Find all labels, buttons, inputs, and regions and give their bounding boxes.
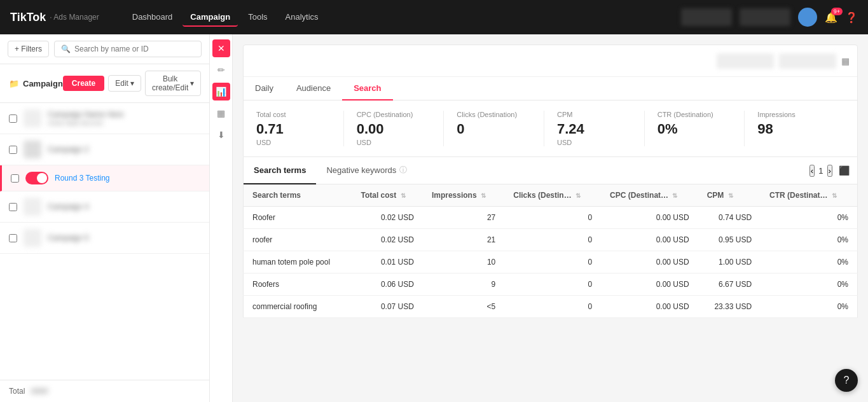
tiktok-wordmark: TikTok xyxy=(10,11,46,24)
app-logo: TikTok · Ads Manager xyxy=(10,11,99,24)
nav-analytics[interactable]: Analytics xyxy=(278,8,326,27)
item-name-blurred: Campaign 5 xyxy=(48,233,200,242)
notification-area: 🔔 9+ xyxy=(825,11,837,24)
cell-search-term: Roofers xyxy=(244,274,352,296)
col-impressions: Impressions ⇅ xyxy=(423,184,504,207)
app-subtitle: · Ads Manager xyxy=(50,13,99,22)
sort-ctr-icon[interactable]: ⇅ xyxy=(832,192,837,199)
stat-cpm: CPM 7.24 USD xyxy=(544,111,645,146)
campaign-list: Campaign Name Here meta data blurred Cam… xyxy=(0,103,209,380)
cell-total-cost: 0.02 USD xyxy=(352,207,423,229)
item-checkbox[interactable] xyxy=(9,114,17,123)
table-view-icon[interactable]: ▦ xyxy=(841,56,850,66)
sort-clicks-icon[interactable]: ⇅ xyxy=(575,192,581,199)
nav-right-area: 🔔 9+ ❓ xyxy=(681,8,858,27)
cell-total-cost: 0.07 USD xyxy=(352,296,423,318)
user-avatar[interactable] xyxy=(798,8,817,27)
toggle-active[interactable] xyxy=(25,172,48,184)
sort-cpc-icon[interactable]: ⇅ xyxy=(672,192,677,199)
blurred-nav-btn-2 xyxy=(740,8,790,26)
col-cpc: CPC (Destinat… ⇅ xyxy=(601,184,698,207)
bulk-edit-button[interactable]: Bulk create/Edit ▾ xyxy=(145,71,201,96)
list-item[interactable]: Campaign Name Here meta data blurred xyxy=(0,103,209,134)
main-content-area: ▦ Daily Audience Search Total cost 0.71 … xyxy=(233,34,868,402)
notification-badge: 9+ xyxy=(831,8,843,15)
list-item[interactable]: Campaign 4 xyxy=(0,191,209,223)
list-item-active[interactable]: Round 3 Testing xyxy=(0,165,209,191)
tab-search-terms[interactable]: Search terms xyxy=(244,157,316,184)
chart-toolbar: ▦ xyxy=(244,45,857,77)
blurred-chart-ctrl-1 xyxy=(717,53,774,69)
help-float-button[interactable]: ? xyxy=(835,369,858,392)
sidebar-footer: Total #### xyxy=(0,380,209,402)
stat-cpc: CPC (Destination) 0.00 USD xyxy=(344,111,444,146)
search-input[interactable] xyxy=(74,45,195,53)
cell-cpc: 0.00 USD xyxy=(601,296,698,318)
item-checkbox[interactable] xyxy=(9,146,17,154)
sort-total-cost-icon[interactable]: ⇅ xyxy=(401,192,406,199)
negative-keywords-help-icon: ⓘ xyxy=(399,165,407,176)
campaign-sidebar: + Filters 🔍 📁 Campaign Create Edit ▾ Bul… xyxy=(0,34,210,402)
item-checkbox[interactable] xyxy=(9,234,17,242)
col-clicks: Clicks (Destin… ⇅ xyxy=(504,184,601,207)
help-nav-icon[interactable]: ❓ xyxy=(845,11,858,24)
tab-audience[interactable]: Audience xyxy=(285,77,342,100)
stat-total-cost: Total cost 0.71 USD xyxy=(256,111,344,146)
edit-button[interactable]: Edit ▾ xyxy=(108,75,141,92)
cell-clicks: 0 xyxy=(504,274,601,296)
top-navigation: TikTok · Ads Manager Dashboard Campaign … xyxy=(0,0,868,34)
cell-clicks: 0 xyxy=(504,229,601,251)
item-icon xyxy=(24,109,41,127)
item-checkbox[interactable] xyxy=(11,174,19,183)
cell-total-cost: 0.01 USD xyxy=(352,251,423,274)
item-name-blurred: Campaign 4 xyxy=(48,202,200,211)
list-item[interactable]: Campaign 5 xyxy=(0,223,209,254)
cell-search-term: roofer xyxy=(244,229,352,251)
cell-cpc: 0.00 USD xyxy=(601,251,698,274)
tab-daily[interactable]: Daily xyxy=(244,77,285,100)
bulk-chevron-icon: ▾ xyxy=(190,79,194,88)
list-item[interactable]: Campaign 2 xyxy=(0,134,209,165)
chart-icon-button[interactable]: 📊 xyxy=(212,83,230,100)
table-row: commercial roofing 0.07 USD <5 0 0.00 US… xyxy=(244,296,858,318)
close-panel-button[interactable]: ✕ xyxy=(212,39,230,57)
cell-cpm: 6.67 USD xyxy=(698,274,761,296)
cell-cpm: 1.00 USD xyxy=(698,251,761,274)
keyword-tabs: Search terms Negative keywords ⓘ xyxy=(244,157,417,184)
cell-impressions: 21 xyxy=(423,229,504,251)
cell-cpc: 0.00 USD xyxy=(601,274,698,296)
cell-search-term: Roofer xyxy=(244,207,352,229)
create-button[interactable]: Create xyxy=(63,76,104,91)
main-nav: Dashboard Campaign Tools Analytics xyxy=(125,8,326,27)
filter-button[interactable]: + Filters xyxy=(8,41,49,57)
item-meta-blurred: meta data blurred xyxy=(48,119,200,127)
table-row: roofer 0.02 USD 21 0 0.00 USD 0.95 USD 0… xyxy=(244,229,858,251)
download-icon-button[interactable]: ⬇ xyxy=(212,126,230,144)
nav-dashboard[interactable]: Dashboard xyxy=(125,8,181,27)
cell-cpm: 0.74 USD xyxy=(698,207,761,229)
next-page-button[interactable]: › xyxy=(827,165,832,177)
export-icon[interactable]: ⬛ xyxy=(839,165,850,176)
tab-negative-keywords[interactable]: Negative keywords ⓘ xyxy=(316,157,417,184)
table-row: human totem pole pool 0.01 USD 10 0 0.00… xyxy=(244,251,858,274)
sort-impressions-icon[interactable]: ⇅ xyxy=(481,192,486,199)
item-name: Round 3 Testing xyxy=(55,174,200,183)
icon-sidebar: ✕ ✏ 📊 ▦ ⬇ xyxy=(210,34,233,402)
sort-cpm-icon[interactable]: ⇅ xyxy=(728,192,733,199)
item-checkbox[interactable] xyxy=(9,203,17,211)
folder-icon: 📁 xyxy=(9,79,19,88)
cell-impressions: 10 xyxy=(423,251,504,274)
col-total-cost: Total cost ⇅ xyxy=(352,184,423,207)
tab-search[interactable]: Search xyxy=(342,77,392,100)
nav-campaign[interactable]: Campaign xyxy=(183,8,238,27)
cell-ctr: 0% xyxy=(761,251,857,274)
table-icon-button[interactable]: ▦ xyxy=(212,104,230,122)
main-layout: + Filters 🔍 📁 Campaign Create Edit ▾ Bul… xyxy=(0,34,868,402)
nav-tools[interactable]: Tools xyxy=(240,8,275,27)
prev-page-button[interactable]: ‹ xyxy=(809,165,815,177)
cell-total-cost: 0.06 USD xyxy=(352,274,423,296)
blurred-chart-ctrl-2 xyxy=(779,53,836,69)
edit-icon-button[interactable]: ✏ xyxy=(212,61,230,79)
sidebar-toolbar: + Filters 🔍 xyxy=(0,34,209,64)
keyword-tabs-row: Search terms Negative keywords ⓘ ‹ 1 › ⬛ xyxy=(243,157,858,184)
